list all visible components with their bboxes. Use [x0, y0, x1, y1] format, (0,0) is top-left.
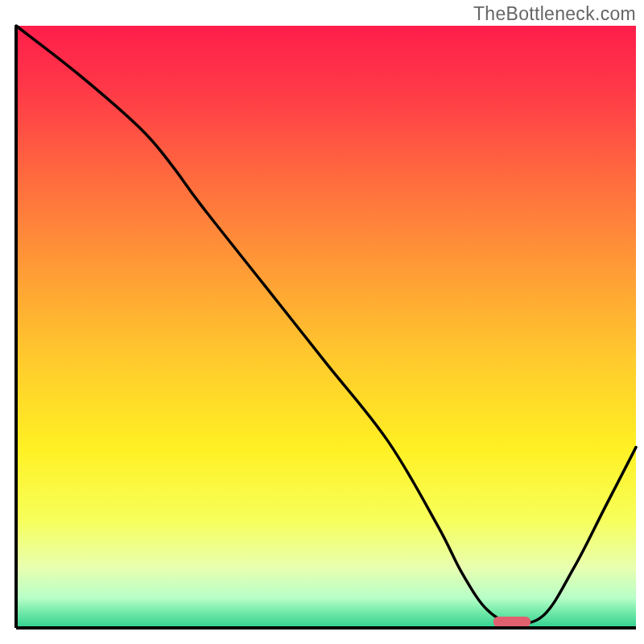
chart-container: TheBottleneck.com — [0, 0, 644, 644]
gradient-background — [16, 26, 636, 628]
bottleneck-chart — [0, 0, 644, 644]
watermark-text: TheBottleneck.com — [473, 3, 636, 25]
optimal-marker — [493, 617, 530, 627]
